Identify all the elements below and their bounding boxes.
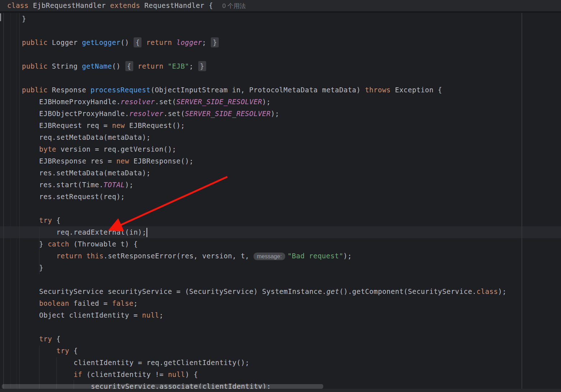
code-line[interactable] xyxy=(0,321,561,333)
plain-token: } xyxy=(39,240,48,248)
fold-brace[interactable]: { xyxy=(125,61,133,71)
method-name-token: getLogger xyxy=(82,38,120,46)
plain-token: res.setRequest(req); xyxy=(39,193,125,200)
code-line[interactable]: } catch (Throwable t) { xyxy=(0,238,561,250)
code-line[interactable]: EJBRequest req = new EJBRequest(); xyxy=(0,120,561,132)
field-token: TOTAL xyxy=(103,181,125,189)
plain-token: RequestHandler { xyxy=(140,1,213,9)
code-line[interactable] xyxy=(0,25,561,37)
code-line[interactable]: req.setMetaData(metaData); xyxy=(0,132,561,143)
plain-token: EJBResponse res = xyxy=(39,157,116,165)
code-line[interactable]: if (clientIdentity != null) { xyxy=(0,369,561,381)
code-line[interactable] xyxy=(0,72,561,84)
string-token: "Bad request" xyxy=(288,252,343,260)
field-token: logger xyxy=(176,38,202,46)
keyword-token: false xyxy=(112,299,134,307)
plain-token: } xyxy=(22,15,26,23)
keyword-token: return xyxy=(56,252,82,260)
method-name-token: getName xyxy=(82,62,112,70)
method-name-token: processRequest xyxy=(91,86,150,94)
plain-token: req.setMetaData(metaData); xyxy=(39,133,150,141)
code-line[interactable]: public String getName() { return "EJB"; … xyxy=(0,60,561,72)
plain-token: Object clientIdentity = xyxy=(39,311,142,319)
code-line[interactable]: SecurityService securityService = (Secur… xyxy=(0,286,561,298)
code-line[interactable]: res.setRequest(req); xyxy=(0,191,561,203)
code-line[interactable]: byte version = req.getVersion(); xyxy=(0,143,561,155)
code-area[interactable]: }public Logger getLogger() { return logg… xyxy=(0,0,561,392)
code-line[interactable]: public Response processRequest(ObjectInp… xyxy=(0,84,561,96)
code-line[interactable]: public Logger getLogger() { return logge… xyxy=(0,37,561,49)
code-line[interactable]: try { xyxy=(0,345,561,357)
fold-brace[interactable]: { xyxy=(134,37,142,47)
plain-token: ); xyxy=(271,110,279,117)
text-caret xyxy=(147,228,147,237)
field-token: resolver xyxy=(121,98,155,106)
plain-token: Logger xyxy=(48,38,82,46)
plain-token: { xyxy=(52,216,61,224)
plain-token xyxy=(82,252,87,260)
fold-brace[interactable]: } xyxy=(198,61,206,71)
plain-token: .set( xyxy=(163,110,185,117)
plain-token: (clientIdentity != xyxy=(82,370,168,378)
horizontal-scrollbar-thumb[interactable] xyxy=(2,384,323,389)
code-line[interactable]: res.setMetaData(metaData); xyxy=(0,167,561,179)
code-line[interactable]: EJBHomeProxyHandle.resolver.set(SERVER_S… xyxy=(0,96,561,108)
plain-token: req.readExternal(in); xyxy=(56,228,147,236)
code-line[interactable]: req.readExternal(in); xyxy=(0,226,561,238)
plain-token: SecurityService securityService = (Secur… xyxy=(39,287,326,295)
plain-token: { xyxy=(52,335,61,343)
code-line[interactable] xyxy=(0,274,561,286)
plain-token: EJBResponse(); xyxy=(129,157,194,165)
sticky-class-header[interactable]: class EjbRequestHandler extends RequestH… xyxy=(0,0,561,13)
plain-token xyxy=(163,62,168,70)
field-token: SERVER_SIDE_RESOLVER xyxy=(185,110,271,117)
code-line[interactable]: EJBObjectProxyHandle.resolver.set(SERVER… xyxy=(0,108,561,120)
code-line[interactable]: try { xyxy=(0,333,561,345)
plain-token: res.setMetaData(metaData); xyxy=(39,169,150,177)
plain-token: ); xyxy=(125,181,134,189)
keyword-token: public xyxy=(22,62,48,70)
keyword-token: this xyxy=(87,252,104,260)
code-line[interactable]: clientIdentity = req.getClientIdentity()… xyxy=(0,357,561,369)
fold-brace[interactable]: } xyxy=(211,37,219,47)
plain-token: version = req.getVersion(); xyxy=(56,145,176,153)
plain-token: () xyxy=(112,62,125,70)
plain-token xyxy=(134,62,138,70)
code-line[interactable] xyxy=(0,49,561,60)
plain-token: EJBHomeProxyHandle. xyxy=(39,98,121,106)
code-editor: }public Logger getLogger() { return logg… xyxy=(0,0,561,392)
plain-token: ); xyxy=(343,252,352,260)
plain-token: EJBRequest req = xyxy=(39,121,112,129)
keyword-token: byte xyxy=(39,145,56,153)
keyword-token: catch xyxy=(48,240,69,248)
code-line[interactable]: res.start(Time.TOTAL); xyxy=(0,179,561,191)
code-line[interactable]: try { xyxy=(0,215,561,226)
plain-token: ); xyxy=(498,287,507,295)
plain-token: ; xyxy=(189,62,198,70)
code-line[interactable]: boolean failed = false; xyxy=(0,298,561,309)
keyword-token: return xyxy=(146,38,172,46)
code-line[interactable]: } xyxy=(0,262,561,274)
code-line[interactable]: Object clientIdentity = null; xyxy=(0,309,561,321)
plain-token: () xyxy=(121,38,134,46)
keyword-token: null xyxy=(168,370,185,378)
code-line[interactable]: EJBResponse res = new EJBResponse(); xyxy=(0,155,561,167)
plain-token: .setResponseError(res, version, t, xyxy=(103,252,254,260)
code-line[interactable]: } xyxy=(0,13,561,25)
code-line[interactable]: return this.setResponseError(res, versio… xyxy=(0,250,561,262)
gutter-scroll-marker xyxy=(0,13,1,21)
keyword-token: throws xyxy=(365,86,391,94)
plain-token xyxy=(142,38,146,46)
string-token: "EJB" xyxy=(168,62,189,70)
keyword-token: if xyxy=(74,370,82,378)
keyword-token: new xyxy=(112,121,125,129)
usages-hint[interactable]: 0 个用法 xyxy=(222,3,246,9)
plain-token xyxy=(172,38,176,46)
inlay-hint-message[interactable]: message: xyxy=(254,253,285,260)
plain-token: EjbRequestHandler xyxy=(29,1,110,9)
code-line[interactable] xyxy=(0,203,561,215)
plain-token: ); xyxy=(262,98,271,106)
keyword-token: try xyxy=(39,216,52,224)
plain-token: Response xyxy=(48,86,91,94)
plain-token: .set( xyxy=(155,98,176,106)
